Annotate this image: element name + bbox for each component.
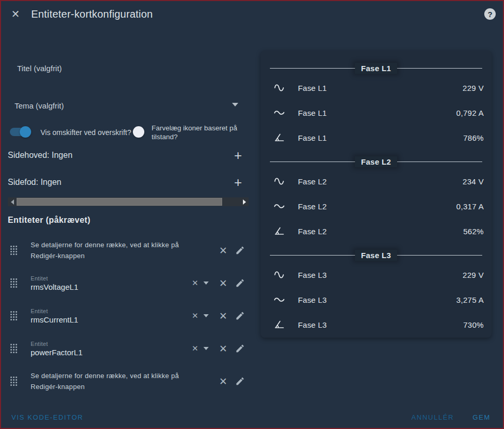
- entity-name: Fase L3: [298, 296, 456, 304]
- current-ac-icon: [273, 106, 285, 119]
- section-title: Fase L3: [355, 250, 398, 261]
- cancel-button[interactable]: ANNULLÉR: [411, 413, 454, 421]
- drag-handle-icon[interactable]: [10, 377, 18, 386]
- entity-state-value: 786%: [463, 133, 484, 142]
- theme-select[interactable]: Tema (valgfrit): [15, 101, 64, 110]
- entity-state-value: 0,317 A: [456, 202, 484, 211]
- drag-handle-icon[interactable]: [10, 278, 18, 288]
- entity-state-value: 229 V: [462, 84, 484, 92]
- preview-entity-row[interactable]: Fase L20,317 A: [261, 194, 492, 219]
- scrollbar-track[interactable]: [17, 197, 240, 206]
- colorize-icons-toggle-label: Farvelæg ikoner baseret på tilstand?: [152, 124, 245, 141]
- entity-dropdown-icon[interactable]: [203, 281, 209, 285]
- horizontal-scrollbar[interactable]: [8, 197, 249, 206]
- entity-picker[interactable]: EntitetrmsCurrentL1: [31, 308, 78, 324]
- preview-entity-row[interactable]: Fase L33,275 A: [261, 287, 492, 312]
- drag-handle-icon[interactable]: [10, 246, 18, 255]
- entity-name: Fase L1: [298, 133, 463, 142]
- chevron-down-icon[interactable]: [232, 103, 238, 106]
- sine-wave-icon: [273, 82, 285, 94]
- special-row: Se detaljerne for denne række, ved at kl…: [8, 236, 249, 265]
- entity-field-value[interactable]: rmsVoltageL1: [31, 283, 78, 291]
- drag-handle-icon[interactable]: [10, 344, 18, 353]
- scrollbar-right-arrow-icon[interactable]: [240, 197, 249, 206]
- scrollbar-left-arrow-icon[interactable]: [8, 197, 17, 206]
- entity-row: EntitetrmsVoltageL1✕✕: [8, 269, 249, 298]
- help-icon[interactable]: ?: [484, 8, 496, 20]
- entity-field-label: Entitet: [31, 341, 83, 347]
- add-header-button[interactable]: +: [234, 150, 242, 161]
- edit-row-icon[interactable]: [235, 344, 245, 354]
- close-icon[interactable]: ✕: [8, 7, 23, 21]
- drag-handle-icon[interactable]: [10, 311, 18, 320]
- current-ac-icon: [273, 293, 285, 306]
- remove-row-icon[interactable]: ✕: [219, 310, 227, 322]
- clear-entity-icon[interactable]: ✕: [192, 344, 198, 353]
- add-footer-button[interactable]: +: [234, 177, 242, 188]
- sine-wave-icon: [273, 175, 285, 187]
- special-row-description: Se detaljerne for denne række, ved at kl…: [31, 370, 193, 392]
- edit-row-icon[interactable]: [235, 377, 245, 386]
- entity-name: Fase L3: [298, 320, 463, 329]
- title-input[interactable]: Titel (valgfrit): [17, 64, 62, 73]
- entity-dropdown-icon[interactable]: [203, 314, 209, 317]
- entity-name: Fase L2: [298, 177, 462, 186]
- entity-name: Fase L1: [298, 84, 462, 92]
- entity-state-value: 3,275 A: [456, 296, 484, 304]
- preview-section-header: Fase L3: [261, 248, 492, 262]
- entity-rows: Se detaljerne for denne række, ved at kl…: [8, 236, 249, 399]
- preview-entity-row[interactable]: Fase L2562%: [261, 219, 492, 244]
- clear-entity-icon[interactable]: ✕: [192, 278, 198, 288]
- edit-row-icon[interactable]: [235, 246, 245, 256]
- section-title: Fase L1: [355, 63, 398, 74]
- remove-row-icon[interactable]: ✕: [219, 376, 227, 387]
- remove-row-icon[interactable]: ✕: [219, 245, 227, 257]
- show-code-editor-button[interactable]: VIS KODE-EDITOR: [11, 413, 84, 421]
- clear-entity-icon[interactable]: ✕: [192, 311, 198, 320]
- sine-wave-icon: [273, 269, 285, 281]
- entity-state-value: 562%: [463, 227, 484, 236]
- preview-section-header: Fase L2: [261, 154, 492, 169]
- header-row-label: Sidehoved: Ingen: [8, 151, 73, 160]
- edit-row-icon[interactable]: [235, 311, 245, 321]
- preview-entity-row[interactable]: Fase L3730%: [261, 312, 492, 337]
- remove-row-icon[interactable]: ✕: [219, 343, 227, 355]
- preview-entity-row[interactable]: Fase L10,792 A: [261, 100, 492, 125]
- edit-row-icon[interactable]: [235, 278, 245, 288]
- entity-row: EntitetpowerFactorL1✕✕: [8, 334, 249, 363]
- entity-field-label: Entitet: [31, 308, 78, 314]
- preview-entity-row[interactable]: Fase L3229 V: [261, 262, 492, 287]
- preview-section-header: Fase L1: [261, 61, 492, 75]
- footer-row-label: Sidefod: Ingen: [8, 178, 61, 187]
- preview-entity-row[interactable]: Fase L1229 V: [261, 75, 492, 100]
- angle-acute-icon: [273, 318, 285, 331]
- angle-acute-icon: [273, 131, 285, 144]
- special-row-description: Se detaljerne for denne række, ved at kl…: [31, 239, 193, 261]
- show-header-toggle[interactable]: [10, 128, 30, 136]
- scrollbar-thumb[interactable]: [17, 198, 222, 206]
- entity-name: Fase L1: [298, 109, 456, 117]
- entity-row: EntitetrmsCurrentL1✕✕: [8, 301, 249, 330]
- special-row: Se detaljerne for denne række, ved at kl…: [8, 367, 249, 396]
- preview-entity-row[interactable]: Fase L2234 V: [261, 169, 492, 194]
- entity-field-label: Entitet: [31, 275, 78, 281]
- entity-name: Fase L2: [298, 202, 456, 211]
- dialog-footer: VIS KODE-EDITOR ANNULLÉR GEM: [1, 409, 503, 428]
- show-header-toggle-label: Vis omskifter ved overskrift?: [40, 128, 131, 137]
- dialog-header: ✕ Entiteter-kortkonfiguration ?: [1, 1, 503, 27]
- entity-field-value[interactable]: powerFactorL1: [31, 348, 83, 357]
- entity-picker[interactable]: EntitetrmsVoltageL1: [31, 275, 78, 291]
- preview-entity-row[interactable]: Fase L1786%: [261, 125, 492, 150]
- entity-state-value: 730%: [463, 320, 484, 329]
- entity-field-value[interactable]: rmsCurrentL1: [31, 315, 78, 324]
- save-button[interactable]: GEM: [473, 413, 491, 421]
- current-ac-icon: [273, 200, 285, 212]
- remove-row-icon[interactable]: ✕: [219, 277, 227, 289]
- section-title: Fase L2: [355, 156, 398, 167]
- entity-picker[interactable]: EntitetpowerFactorL1: [31, 341, 83, 357]
- dialog-title: Entiteter-kortkonfiguration: [31, 8, 153, 20]
- entity-state-value: 0,792 A: [456, 109, 484, 117]
- colorize-icons-toggle[interactable]: [133, 126, 144, 138]
- card-preview: Fase L1Fase L1229 VFase L10,792 AFase L1…: [261, 50, 492, 338]
- entity-dropdown-icon[interactable]: [203, 347, 209, 350]
